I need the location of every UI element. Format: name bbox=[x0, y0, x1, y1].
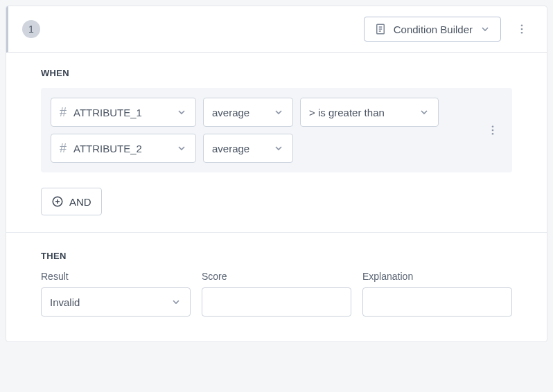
aggregation-label: average bbox=[212, 143, 249, 154]
condition-row: # ATTRIBUTE_2 average bbox=[51, 134, 439, 163]
svg-point-4 bbox=[521, 24, 523, 26]
explanation-input[interactable] bbox=[362, 287, 512, 317]
score-field: Score bbox=[202, 271, 351, 317]
chevron-down-icon bbox=[480, 24, 491, 35]
card-header: 1 Condition Builder bbox=[6, 6, 547, 53]
and-label: AND bbox=[69, 196, 91, 208]
when-section: WHEN # ATTRIBUTE_1 average bbox=[6, 53, 547, 232]
attribute-label: ATTRIBUTE_1 bbox=[73, 107, 142, 118]
operator-select[interactable]: > is greater than bbox=[300, 98, 439, 127]
then-title: THEN bbox=[41, 251, 512, 261]
attribute-label: ATTRIBUTE_2 bbox=[73, 143, 142, 154]
score-input[interactable] bbox=[202, 287, 351, 317]
svg-point-9 bbox=[492, 133, 494, 135]
result-label: Result bbox=[41, 271, 191, 282]
chevron-down-icon bbox=[273, 107, 284, 118]
step-number-badge: 1 bbox=[22, 20, 40, 38]
svg-point-8 bbox=[492, 130, 494, 132]
then-fields: Result Invalid Score Explanation bbox=[41, 271, 512, 317]
svg-point-7 bbox=[492, 125, 494, 127]
then-section: THEN Result Invalid Score Explanation bbox=[6, 232, 547, 341]
rule-card: 1 Condition Builder bbox=[6, 6, 547, 342]
condition-mode-label: Condition Builder bbox=[394, 24, 473, 35]
aggregation-select[interactable]: average bbox=[203, 98, 293, 127]
result-select[interactable]: Invalid bbox=[41, 287, 191, 317]
document-icon bbox=[374, 23, 387, 35]
score-label: Score bbox=[202, 271, 351, 282]
when-title: WHEN bbox=[41, 68, 512, 78]
attribute-select[interactable]: # ATTRIBUTE_1 bbox=[51, 98, 196, 127]
hash-icon: # bbox=[60, 105, 67, 120]
attribute-select[interactable]: # ATTRIBUTE_2 bbox=[51, 134, 196, 163]
step-number: 1 bbox=[28, 24, 34, 35]
explanation-label: Explanation bbox=[362, 271, 512, 282]
chevron-down-icon bbox=[176, 143, 187, 154]
chevron-down-icon bbox=[170, 296, 182, 308]
card-menu-button[interactable] bbox=[511, 18, 533, 40]
result-field: Result Invalid bbox=[41, 271, 191, 317]
aggregation-label: average bbox=[212, 107, 249, 118]
condition-row: # ATTRIBUTE_1 average > is greater tha bbox=[51, 98, 439, 127]
aggregation-select[interactable]: average bbox=[203, 134, 293, 163]
condition-block: # ATTRIBUTE_1 average > is greater tha bbox=[41, 88, 512, 172]
condition-menu-button[interactable] bbox=[483, 124, 502, 136]
chevron-down-icon bbox=[419, 107, 430, 118]
svg-point-5 bbox=[521, 28, 523, 30]
operator-label: > is greater than bbox=[309, 107, 385, 118]
chevron-down-icon bbox=[176, 107, 187, 118]
chevron-down-icon bbox=[273, 143, 284, 154]
hash-icon: # bbox=[60, 141, 67, 156]
svg-point-6 bbox=[521, 32, 523, 34]
add-and-button[interactable]: AND bbox=[41, 188, 102, 215]
explanation-field: Explanation bbox=[362, 271, 512, 317]
plus-circle-icon bbox=[51, 195, 64, 208]
result-value: Invalid bbox=[50, 296, 80, 308]
condition-rows: # ATTRIBUTE_1 average > is greater tha bbox=[51, 98, 439, 163]
condition-mode-select[interactable]: Condition Builder bbox=[364, 17, 501, 42]
